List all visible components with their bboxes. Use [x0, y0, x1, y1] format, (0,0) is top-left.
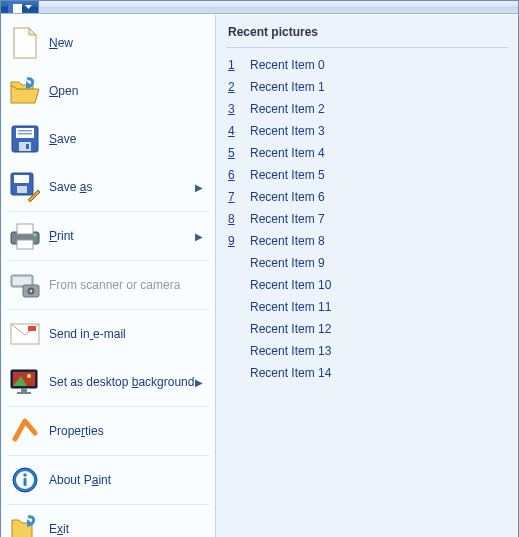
svg-rect-12	[26, 144, 29, 149]
menu-item-label: Exit	[49, 522, 207, 536]
recent-item-label: Recent Item 4	[244, 146, 325, 160]
recent-item-accel: 8	[228, 212, 244, 226]
new-icon	[9, 27, 41, 59]
menu-item-open[interactable]: Open	[1, 67, 215, 115]
recent-item[interactable]: 6Recent Item 5	[226, 164, 508, 186]
recent-item-accel: 9	[228, 234, 244, 248]
app-menu-button[interactable]	[1, 1, 39, 13]
recent-item-label: Recent Item 5	[244, 168, 325, 182]
app-menu-icon	[8, 1, 22, 13]
recent-item-accel: 4	[228, 124, 244, 138]
recent-item-label: Recent Item 14	[244, 366, 331, 380]
menu-item-about[interactable]: About Paint	[1, 456, 215, 504]
menu-body: NewOpenSaveSave as▶Print▶From scanner or…	[1, 14, 518, 537]
recent-item[interactable]: 3Recent Item 2	[226, 98, 508, 120]
recent-item-label: Recent Item 6	[244, 190, 325, 204]
recent-header: Recent pictures	[226, 23, 508, 48]
scanner-icon	[9, 269, 41, 301]
svg-rect-34	[17, 392, 31, 394]
app-menu-window: NewOpenSaveSave as▶Print▶From scanner or…	[0, 0, 519, 537]
recent-item-label: Recent Item 0	[244, 58, 325, 72]
svg-point-37	[23, 473, 27, 477]
recent-item[interactable]: 9Recent Item 8	[226, 230, 508, 252]
menu-item-label: Set as desktop background	[49, 375, 195, 389]
dropdown-arrow-icon	[25, 5, 32, 9]
recent-item-label: Recent Item 12	[244, 322, 331, 336]
svg-point-26	[30, 290, 33, 293]
svg-rect-19	[17, 224, 33, 234]
recent-item[interactable]: 8Recent Item 7	[226, 208, 508, 230]
recent-item-accel: 7	[228, 190, 244, 204]
svg-rect-9	[18, 130, 32, 132]
svg-rect-20	[17, 240, 33, 249]
menu-item-label: Save	[49, 132, 207, 146]
svg-rect-38	[24, 478, 27, 486]
menu-item-save[interactable]: Save	[1, 115, 215, 163]
recent-item-label: Recent Item 7	[244, 212, 325, 226]
recent-item[interactable]: Recent Item 13	[226, 340, 508, 362]
menu-item-label: Send in e-mail	[49, 327, 207, 341]
recent-item-label: Recent Item 8	[244, 234, 325, 248]
recent-item[interactable]: 1Recent Item 0	[226, 54, 508, 76]
menu-item-email[interactable]: Send in e-mail	[1, 310, 215, 358]
recent-item[interactable]: Recent Item 12	[226, 318, 508, 340]
menu-item-exit[interactable]: Exit	[1, 505, 215, 537]
save-icon	[9, 123, 41, 155]
recent-item-accel: 6	[228, 168, 244, 182]
recent-item-label: Recent Item 10	[244, 278, 331, 292]
recent-item[interactable]: Recent Item 10	[226, 274, 508, 296]
about-icon	[9, 464, 41, 496]
menu-item-label: About Paint	[49, 473, 207, 487]
recent-item-accel: 5	[228, 146, 244, 160]
properties-icon	[9, 415, 41, 447]
menu-item-wallpaper[interactable]: Set as desktop background▶	[1, 358, 215, 406]
recent-item-label: Recent Item 11	[244, 300, 331, 314]
recent-item-accel: 1	[228, 58, 244, 72]
submenu-arrow-icon: ▶	[195, 377, 207, 388]
svg-point-32	[27, 374, 31, 378]
svg-rect-2	[8, 4, 13, 13]
menu-item-scanner: From scanner or camera	[1, 261, 215, 309]
menu-item-label: Print	[49, 229, 195, 243]
recent-item-accel: 2	[228, 80, 244, 94]
menu-item-properties[interactable]: Properties	[1, 407, 215, 455]
submenu-arrow-icon: ▶	[195, 182, 207, 193]
saveas-icon	[9, 171, 41, 203]
menu-item-label: From scanner or camera	[49, 278, 207, 292]
menu-item-label: Save as	[49, 180, 195, 194]
svg-marker-5	[29, 28, 36, 35]
recent-item-label: Recent Item 13	[244, 344, 331, 358]
recent-item-label: Recent Item 3	[244, 124, 325, 138]
recent-item[interactable]: 5Recent Item 4	[226, 142, 508, 164]
recent-item-accel: 3	[228, 102, 244, 116]
recent-item[interactable]: 7Recent Item 6	[226, 186, 508, 208]
svg-marker-3	[25, 5, 32, 9]
svg-rect-14	[14, 175, 29, 183]
recent-pane: Recent pictures 1Recent Item 02Recent It…	[216, 15, 518, 537]
recent-item-label: Recent Item 1	[244, 80, 325, 94]
recent-item-label: Recent Item 2	[244, 102, 325, 116]
svg-rect-10	[18, 133, 32, 135]
svg-rect-23	[13, 277, 31, 285]
svg-rect-1	[8, 1, 22, 4]
svg-rect-11	[19, 142, 31, 151]
primary-menu-pane: NewOpenSaveSave as▶Print▶From scanner or…	[1, 15, 216, 537]
recent-list: 1Recent Item 02Recent Item 13Recent Item…	[226, 54, 508, 384]
recent-item-label: Recent Item 9	[244, 256, 325, 270]
recent-item[interactable]: Recent Item 9	[226, 252, 508, 274]
menu-item-label: Open	[49, 84, 207, 98]
menu-item-print[interactable]: Print▶	[1, 212, 215, 260]
menu-item-label: Properties	[49, 424, 207, 438]
recent-item[interactable]: 2Recent Item 1	[226, 76, 508, 98]
print-icon	[9, 220, 41, 252]
svg-rect-28	[28, 326, 36, 331]
menu-item-new[interactable]: New	[1, 19, 215, 67]
svg-point-21	[34, 234, 37, 237]
submenu-arrow-icon: ▶	[195, 231, 207, 242]
menu-item-saveas[interactable]: Save as▶	[1, 163, 215, 211]
email-icon	[9, 318, 41, 350]
wallpaper-icon	[9, 366, 41, 398]
recent-item[interactable]: Recent Item 11	[226, 296, 508, 318]
recent-item[interactable]: 4Recent Item 3	[226, 120, 508, 142]
recent-item[interactable]: Recent Item 14	[226, 362, 508, 384]
